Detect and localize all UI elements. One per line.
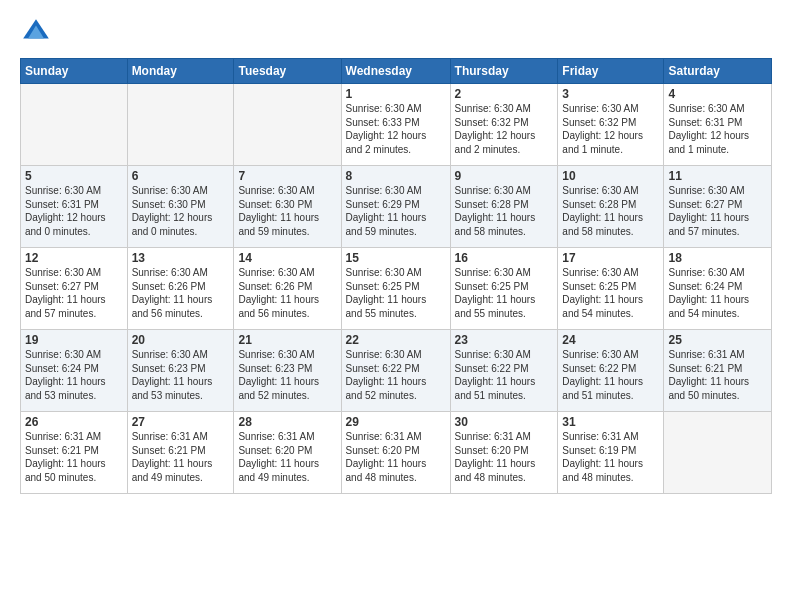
day-info: Sunrise: 6:30 AM Sunset: 6:27 PM Dayligh… — [668, 184, 767, 238]
day-info: Sunrise: 6:30 AM Sunset: 6:23 PM Dayligh… — [238, 348, 336, 402]
calendar-week: 5Sunrise: 6:30 AM Sunset: 6:31 PM Daylig… — [21, 166, 772, 248]
calendar-cell: 7Sunrise: 6:30 AM Sunset: 6:30 PM Daylig… — [234, 166, 341, 248]
day-number: 11 — [668, 169, 767, 183]
calendar-cell: 9Sunrise: 6:30 AM Sunset: 6:28 PM Daylig… — [450, 166, 558, 248]
day-info: Sunrise: 6:30 AM Sunset: 6:26 PM Dayligh… — [238, 266, 336, 320]
day-number: 24 — [562, 333, 659, 347]
calendar-cell: 19Sunrise: 6:30 AM Sunset: 6:24 PM Dayli… — [21, 330, 128, 412]
day-number: 21 — [238, 333, 336, 347]
calendar-cell: 28Sunrise: 6:31 AM Sunset: 6:20 PM Dayli… — [234, 412, 341, 494]
calendar-week: 1Sunrise: 6:30 AM Sunset: 6:33 PM Daylig… — [21, 84, 772, 166]
day-info: Sunrise: 6:31 AM Sunset: 6:20 PM Dayligh… — [238, 430, 336, 484]
day-number: 23 — [455, 333, 554, 347]
day-info: Sunrise: 6:31 AM Sunset: 6:21 PM Dayligh… — [25, 430, 123, 484]
calendar-cell: 3Sunrise: 6:30 AM Sunset: 6:32 PM Daylig… — [558, 84, 664, 166]
day-number: 4 — [668, 87, 767, 101]
logo-icon — [20, 16, 52, 48]
day-info: Sunrise: 6:30 AM Sunset: 6:31 PM Dayligh… — [25, 184, 123, 238]
calendar-cell: 4Sunrise: 6:30 AM Sunset: 6:31 PM Daylig… — [664, 84, 772, 166]
day-info: Sunrise: 6:30 AM Sunset: 6:30 PM Dayligh… — [238, 184, 336, 238]
calendar-cell — [664, 412, 772, 494]
day-info: Sunrise: 6:30 AM Sunset: 6:28 PM Dayligh… — [455, 184, 554, 238]
day-number: 8 — [346, 169, 446, 183]
day-number: 1 — [346, 87, 446, 101]
day-number: 20 — [132, 333, 230, 347]
day-number: 3 — [562, 87, 659, 101]
calendar-cell: 14Sunrise: 6:30 AM Sunset: 6:26 PM Dayli… — [234, 248, 341, 330]
calendar-cell: 5Sunrise: 6:30 AM Sunset: 6:31 PM Daylig… — [21, 166, 128, 248]
day-number: 6 — [132, 169, 230, 183]
calendar-week: 19Sunrise: 6:30 AM Sunset: 6:24 PM Dayli… — [21, 330, 772, 412]
calendar-cell: 8Sunrise: 6:30 AM Sunset: 6:29 PM Daylig… — [341, 166, 450, 248]
day-info: Sunrise: 6:31 AM Sunset: 6:19 PM Dayligh… — [562, 430, 659, 484]
day-info: Sunrise: 6:30 AM Sunset: 6:23 PM Dayligh… — [132, 348, 230, 402]
day-number: 25 — [668, 333, 767, 347]
day-info: Sunrise: 6:30 AM Sunset: 6:22 PM Dayligh… — [346, 348, 446, 402]
day-number: 29 — [346, 415, 446, 429]
calendar-cell — [127, 84, 234, 166]
calendar-week: 12Sunrise: 6:30 AM Sunset: 6:27 PM Dayli… — [21, 248, 772, 330]
day-number: 14 — [238, 251, 336, 265]
day-info: Sunrise: 6:30 AM Sunset: 6:28 PM Dayligh… — [562, 184, 659, 238]
day-info: Sunrise: 6:30 AM Sunset: 6:26 PM Dayligh… — [132, 266, 230, 320]
calendar-cell: 29Sunrise: 6:31 AM Sunset: 6:20 PM Dayli… — [341, 412, 450, 494]
weekday-header: Wednesday — [341, 59, 450, 84]
day-number: 30 — [455, 415, 554, 429]
day-number: 26 — [25, 415, 123, 429]
day-number: 15 — [346, 251, 446, 265]
calendar-cell: 6Sunrise: 6:30 AM Sunset: 6:30 PM Daylig… — [127, 166, 234, 248]
day-info: Sunrise: 6:30 AM Sunset: 6:22 PM Dayligh… — [455, 348, 554, 402]
day-info: Sunrise: 6:30 AM Sunset: 6:24 PM Dayligh… — [25, 348, 123, 402]
weekday-header: Sunday — [21, 59, 128, 84]
day-info: Sunrise: 6:30 AM Sunset: 6:25 PM Dayligh… — [562, 266, 659, 320]
calendar-cell: 20Sunrise: 6:30 AM Sunset: 6:23 PM Dayli… — [127, 330, 234, 412]
logo — [20, 16, 58, 48]
calendar: SundayMondayTuesdayWednesdayThursdayFrid… — [20, 58, 772, 494]
day-info: Sunrise: 6:30 AM Sunset: 6:30 PM Dayligh… — [132, 184, 230, 238]
weekday-header: Thursday — [450, 59, 558, 84]
day-number: 17 — [562, 251, 659, 265]
calendar-cell: 11Sunrise: 6:30 AM Sunset: 6:27 PM Dayli… — [664, 166, 772, 248]
weekday-header-row: SundayMondayTuesdayWednesdayThursdayFrid… — [21, 59, 772, 84]
day-info: Sunrise: 6:31 AM Sunset: 6:20 PM Dayligh… — [346, 430, 446, 484]
day-info: Sunrise: 6:30 AM Sunset: 6:31 PM Dayligh… — [668, 102, 767, 156]
day-info: Sunrise: 6:30 AM Sunset: 6:32 PM Dayligh… — [562, 102, 659, 156]
calendar-cell: 24Sunrise: 6:30 AM Sunset: 6:22 PM Dayli… — [558, 330, 664, 412]
calendar-cell — [21, 84, 128, 166]
day-number: 27 — [132, 415, 230, 429]
day-info: Sunrise: 6:30 AM Sunset: 6:22 PM Dayligh… — [562, 348, 659, 402]
calendar-cell: 21Sunrise: 6:30 AM Sunset: 6:23 PM Dayli… — [234, 330, 341, 412]
calendar-cell: 22Sunrise: 6:30 AM Sunset: 6:22 PM Dayli… — [341, 330, 450, 412]
calendar-cell: 10Sunrise: 6:30 AM Sunset: 6:28 PM Dayli… — [558, 166, 664, 248]
calendar-cell: 1Sunrise: 6:30 AM Sunset: 6:33 PM Daylig… — [341, 84, 450, 166]
day-info: Sunrise: 6:31 AM Sunset: 6:21 PM Dayligh… — [132, 430, 230, 484]
calendar-cell: 13Sunrise: 6:30 AM Sunset: 6:26 PM Dayli… — [127, 248, 234, 330]
day-info: Sunrise: 6:30 AM Sunset: 6:27 PM Dayligh… — [25, 266, 123, 320]
calendar-cell: 18Sunrise: 6:30 AM Sunset: 6:24 PM Dayli… — [664, 248, 772, 330]
calendar-cell: 25Sunrise: 6:31 AM Sunset: 6:21 PM Dayli… — [664, 330, 772, 412]
day-number: 16 — [455, 251, 554, 265]
day-number: 13 — [132, 251, 230, 265]
calendar-cell: 15Sunrise: 6:30 AM Sunset: 6:25 PM Dayli… — [341, 248, 450, 330]
day-info: Sunrise: 6:30 AM Sunset: 6:25 PM Dayligh… — [455, 266, 554, 320]
day-info: Sunrise: 6:30 AM Sunset: 6:33 PM Dayligh… — [346, 102, 446, 156]
day-number: 2 — [455, 87, 554, 101]
calendar-cell: 27Sunrise: 6:31 AM Sunset: 6:21 PM Dayli… — [127, 412, 234, 494]
calendar-cell: 16Sunrise: 6:30 AM Sunset: 6:25 PM Dayli… — [450, 248, 558, 330]
calendar-cell — [234, 84, 341, 166]
day-info: Sunrise: 6:30 AM Sunset: 6:24 PM Dayligh… — [668, 266, 767, 320]
calendar-cell: 12Sunrise: 6:30 AM Sunset: 6:27 PM Dayli… — [21, 248, 128, 330]
day-number: 28 — [238, 415, 336, 429]
calendar-cell: 31Sunrise: 6:31 AM Sunset: 6:19 PM Dayli… — [558, 412, 664, 494]
weekday-header: Monday — [127, 59, 234, 84]
day-number: 18 — [668, 251, 767, 265]
day-number: 12 — [25, 251, 123, 265]
day-info: Sunrise: 6:30 AM Sunset: 6:25 PM Dayligh… — [346, 266, 446, 320]
calendar-cell: 30Sunrise: 6:31 AM Sunset: 6:20 PM Dayli… — [450, 412, 558, 494]
calendar-cell: 2Sunrise: 6:30 AM Sunset: 6:32 PM Daylig… — [450, 84, 558, 166]
day-number: 7 — [238, 169, 336, 183]
day-number: 10 — [562, 169, 659, 183]
day-number: 22 — [346, 333, 446, 347]
weekday-header: Saturday — [664, 59, 772, 84]
weekday-header: Tuesday — [234, 59, 341, 84]
